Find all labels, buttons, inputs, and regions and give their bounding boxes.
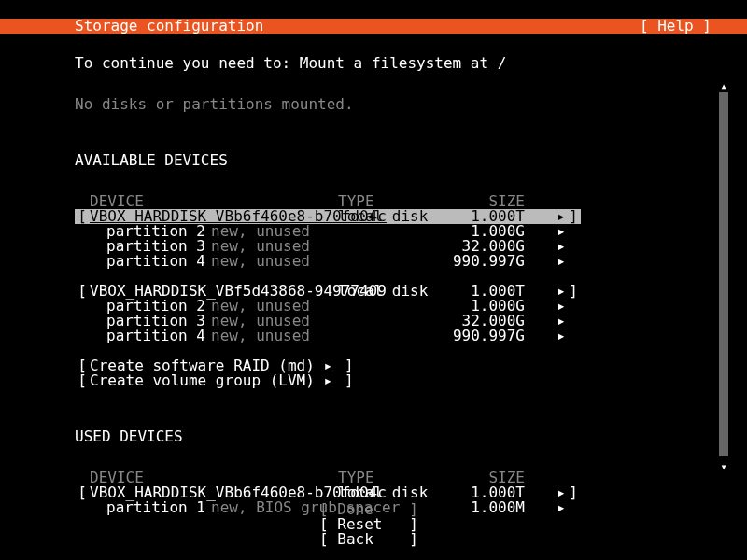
- footer-buttons: [ Done ] [ Reset ] [ Back ]: [0, 502, 747, 547]
- chevron-right-icon: ▸: [525, 254, 566, 269]
- disk-type: local disk: [338, 209, 441, 224]
- mounted-status: No disks or partitions mounted.: [75, 97, 747, 112]
- partition-row[interactable]: partition 4new, unused 990.997G ▸: [75, 329, 747, 343]
- scrollbar-track[interactable]: [719, 92, 728, 456]
- used-devices-heading: USED DEVICES: [75, 429, 747, 444]
- available-devices-heading: AVAILABLE DEVICES: [75, 153, 747, 168]
- chevron-right-icon: ▸: [323, 371, 332, 389]
- bracket-right: ]: [566, 209, 581, 224]
- partition-row[interactable]: partition 4new, unused 990.997G ▸: [75, 254, 747, 269]
- scrollbar[interactable]: ▴ ▾: [719, 78, 728, 470]
- create-lvm-button[interactable]: [ Create volume group (LVM) ▸ ]: [75, 373, 747, 388]
- bracket-left: [: [75, 209, 90, 224]
- scroll-up-icon[interactable]: ▴: [720, 78, 726, 90]
- content-area: To continue you need to: Mount a filesys…: [0, 49, 747, 560]
- header-bar: Storage configuration [ Help ]: [0, 19, 747, 34]
- back-button[interactable]: [ Back ]: [319, 532, 428, 547]
- page-title: Storage configuration: [9, 19, 263, 34]
- scroll-down-icon[interactable]: ▾: [720, 459, 726, 470]
- chevron-right-icon: ▸: [525, 329, 566, 343]
- help-button[interactable]: [ Help ]: [640, 19, 738, 34]
- continue-prompt: To continue you need to: Mount a filesys…: [75, 56, 747, 71]
